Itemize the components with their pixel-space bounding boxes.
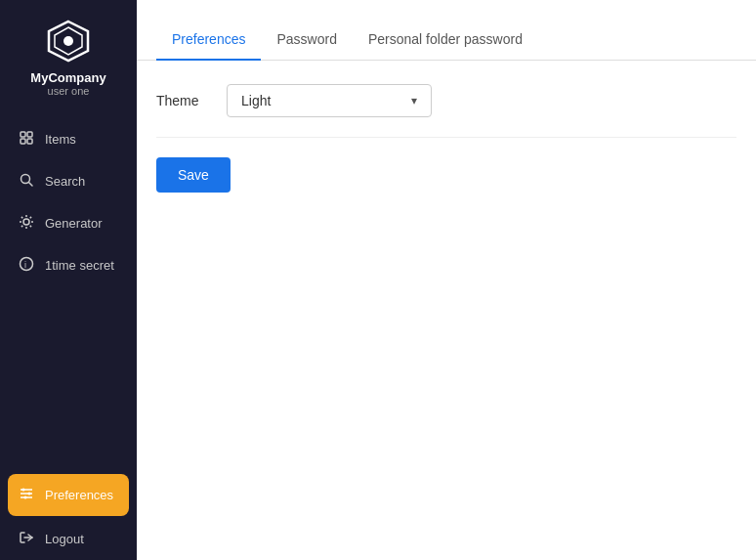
theme-value: Light (241, 93, 271, 108)
svg-line-15 (30, 226, 31, 227)
svg-point-9 (23, 219, 29, 225)
main-content: Preferences Password Personal folder pas… (137, 0, 756, 560)
chevron-down-icon: ▾ (411, 94, 417, 108)
svg-rect-6 (27, 139, 32, 144)
svg-point-23 (22, 489, 25, 492)
sidebar-item-items[interactable]: Items (0, 118, 137, 160)
svg-line-8 (29, 183, 33, 187)
sidebar-label-search: Search (45, 174, 85, 189)
svg-point-24 (28, 493, 31, 495)
onetimesecret-icon: i (18, 256, 35, 275)
app-logo-icon (45, 18, 92, 65)
sidebar-label-generator: Generator (45, 216, 103, 231)
sidebar-label-preferences: Preferences (45, 488, 113, 502)
svg-point-18 (21, 258, 33, 271)
sidebar-item-search[interactable]: Search (0, 160, 137, 202)
theme-select-dropdown[interactable]: Light ▾ (227, 84, 432, 117)
company-name: MyCompany (30, 70, 105, 85)
items-icon (18, 130, 35, 149)
logout-icon (18, 530, 35, 548)
preferences-icon (18, 486, 35, 504)
sidebar-item-generator[interactable]: Generator (0, 202, 137, 244)
sidebar-item-onetimesecret[interactable]: i 1time secret (0, 244, 137, 286)
sidebar-nav: Items Search Generator i 1time secret (0, 108, 137, 560)
sidebar-item-preferences[interactable]: Preferences (8, 474, 129, 516)
tab-password[interactable]: Password (261, 20, 352, 61)
generator-icon (18, 214, 35, 233)
svg-rect-3 (21, 132, 25, 137)
content-area: Theme Light ▾ Save (137, 61, 756, 560)
svg-line-17 (21, 226, 22, 227)
svg-rect-4 (27, 132, 32, 137)
sidebar: MyCompany user one Items Search Generato… (0, 0, 137, 560)
user-name: user one (48, 85, 90, 97)
sidebar-item-logout[interactable]: Logout (0, 518, 137, 560)
svg-line-16 (30, 217, 31, 218)
sidebar-label-logout: Logout (45, 532, 84, 546)
save-button[interactable]: Save (156, 157, 231, 193)
sidebar-logo: MyCompany user one (0, 0, 137, 108)
theme-row: Theme Light ▾ (156, 84, 736, 138)
tab-personal-folder-password[interactable]: Personal folder password (353, 20, 538, 61)
theme-label: Theme (156, 93, 215, 108)
search-icon (18, 172, 35, 191)
sidebar-label-items: Items (45, 132, 76, 147)
tab-preferences[interactable]: Preferences (156, 20, 261, 61)
sidebar-label-onetimesecret: 1time secret (45, 258, 114, 273)
svg-text:i: i (24, 260, 26, 270)
tab-bar: Preferences Password Personal folder pas… (137, 0, 756, 61)
svg-line-14 (21, 217, 22, 218)
svg-point-2 (63, 36, 73, 46)
svg-rect-5 (21, 139, 25, 144)
svg-point-25 (24, 496, 27, 499)
